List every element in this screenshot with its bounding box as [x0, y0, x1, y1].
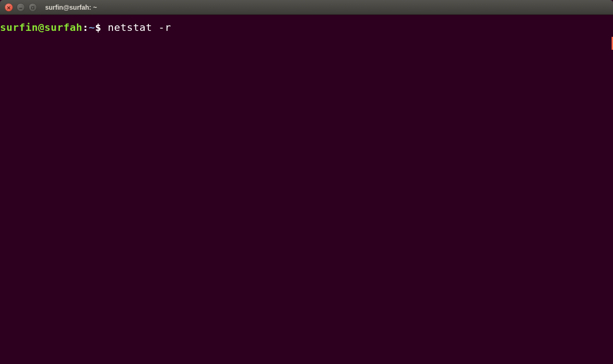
window-controls — [5, 3, 37, 12]
svg-rect-3 — [32, 7, 34, 9]
close-icon — [7, 3, 11, 12]
command-text: netstat -r — [108, 22, 171, 33]
prompt-dollar: $ — [95, 22, 108, 33]
terminal-window: surfin@surfah: ~ surfin@surfah:~$ netsta… — [0, 0, 613, 364]
terminal-line: surfin@surfah:~$ netstat -r — [0, 21, 613, 34]
minimize-button[interactable] — [17, 3, 25, 12]
prompt-separator: : — [83, 22, 89, 33]
maximize-button[interactable] — [29, 3, 37, 12]
minimize-icon — [19, 3, 23, 12]
close-button[interactable] — [5, 3, 13, 12]
prompt-path: ~ — [88, 22, 95, 33]
titlebar[interactable]: surfin@surfah: ~ — [0, 0, 613, 15]
window-title: surfin@surfah: ~ — [45, 4, 97, 11]
maximize-icon — [31, 3, 35, 12]
terminal-body[interactable]: surfin@surfah:~$ netstat -r — [0, 15, 613, 364]
prompt-user-host: surfin@surfah — [0, 22, 83, 33]
